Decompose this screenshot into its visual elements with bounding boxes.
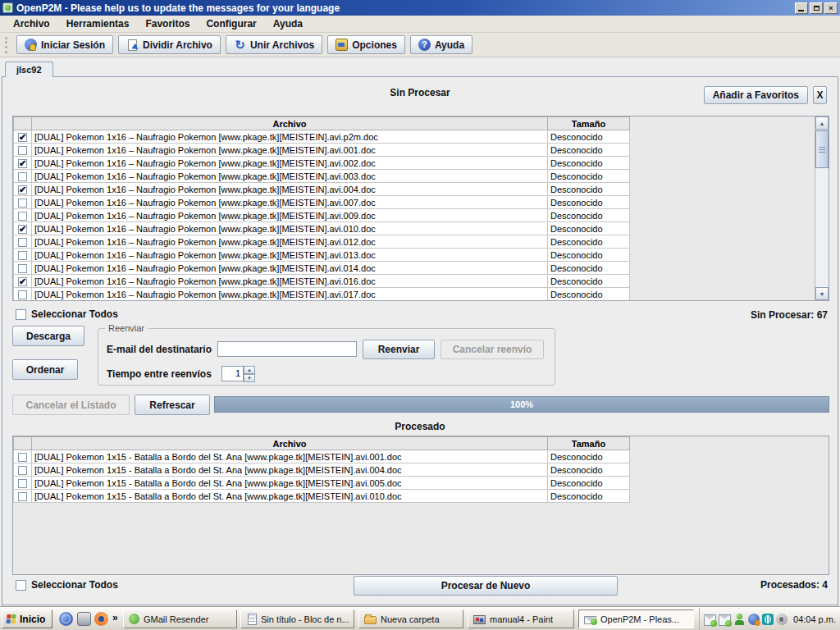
tab-jlsc92[interactable]: jlsc92 — [5, 62, 53, 77]
interval-spinner[interactable]: 1 ▲ ▼ — [221, 366, 255, 381]
options-button[interactable]: Opciones — [327, 35, 405, 54]
tray-clock[interactable]: 04:04 p.m. — [793, 614, 836, 624]
tray-volume-icon[interactable] — [776, 614, 788, 625]
table-row[interactable]: [DUAL] Pokemon 1x16 – Naufragio Pokemon … — [14, 209, 630, 222]
resend-button[interactable]: Reenviar — [363, 340, 435, 359]
table-row[interactable]: [DUAL] Pokemon 1x16 – Naufragio Pokemon … — [14, 183, 630, 196]
split-file-button[interactable]: Dividir Archivo — [118, 35, 221, 54]
row-checkbox[interactable] — [18, 172, 27, 181]
row-checkbox[interactable] — [18, 225, 27, 234]
restore-icon — [814, 6, 819, 11]
file-column-header[interactable]: Archivo — [32, 117, 548, 130]
scroll-up-button[interactable]: ▲ — [815, 116, 829, 130]
row-checkbox[interactable] — [18, 264, 27, 273]
spinner-up-button[interactable]: ▲ — [244, 366, 255, 374]
tray-app-icon[interactable] — [762, 614, 774, 625]
sort-button[interactable]: Ordenar — [12, 359, 78, 380]
menu-favoritos[interactable]: Favoritos — [137, 16, 198, 31]
processed-select-all[interactable]: Seleccionar Todos — [16, 579, 118, 591]
table-row[interactable]: [DUAL] Pokemon 1x16 – Naufragio Pokemon … — [14, 262, 630, 275]
file-size: Desconocido — [548, 463, 630, 477]
row-checkbox[interactable] — [18, 479, 27, 488]
taskbar-item-notepad[interactable]: Sin título - Bloc de n... — [240, 609, 354, 628]
tray-mail-icon[interactable] — [719, 614, 731, 626]
toolbar-grip[interactable] — [5, 37, 10, 53]
tray-mail-icon[interactable] — [704, 614, 716, 626]
unprocessed-select-all[interactable]: Seleccionar Todos — [16, 308, 118, 320]
email-field[interactable] — [217, 341, 357, 357]
restore-button[interactable] — [810, 2, 823, 14]
table-row[interactable]: [DUAL] Pokemon 1x16 – Naufragio Pokemon … — [14, 196, 630, 209]
row-checkbox[interactable] — [18, 492, 27, 501]
row-checkbox[interactable] — [18, 238, 27, 247]
row-checkbox[interactable] — [18, 133, 27, 142]
refresh-button[interactable]: Refrescar — [135, 395, 210, 415]
table-row[interactable]: [DUAL] Pokemon 1x16 – Naufragio Pokemon … — [14, 288, 630, 301]
add-favorites-button[interactable]: Añadir a Favoritos — [704, 86, 808, 104]
select-all-checkbox[interactable] — [16, 580, 26, 591]
size-column-header[interactable]: Tamaño — [548, 437, 630, 450]
file-name: [DUAL] Pokemon 1x16 – Naufragio Pokemon … — [32, 262, 548, 275]
row-checkbox[interactable] — [18, 466, 27, 475]
taskbar-item-label: GMail Resender — [144, 614, 208, 624]
taskbar-item-openp2m[interactable]: OpenP2M - Pleas... — [578, 609, 694, 628]
row-checkbox[interactable] — [18, 199, 27, 208]
menu-herramientas[interactable]: Herramientas — [58, 16, 138, 31]
table-row[interactable]: [DUAL] Pokemon 1x15 - Batalla a Bordo de… — [14, 490, 630, 503]
close-button[interactable]: × — [824, 2, 838, 14]
tray-user-icon[interactable] — [733, 614, 746, 625]
menu-ayuda[interactable]: Ayuda — [265, 16, 311, 31]
quicklaunch-globe-icon[interactable] — [59, 612, 73, 626]
row-checkbox[interactable] — [18, 277, 27, 286]
scroll-down-button[interactable]: ▼ — [815, 287, 829, 300]
login-button[interactable]: Iniciar Sesión — [16, 35, 113, 54]
taskbar-item-gmail-resender[interactable]: GMail Resender — [123, 609, 237, 628]
row-checkbox[interactable] — [18, 146, 27, 155]
table-row[interactable]: [DUAL] Pokemon 1x15 - Batalla a Bordo de… — [14, 477, 630, 490]
file-name: [DUAL] Pokemon 1x16 – Naufragio Pokemon … — [32, 275, 548, 288]
row-checkbox[interactable] — [18, 251, 27, 260]
interval-label: Tiempo entre reenvíos — [107, 368, 212, 380]
join-files-button[interactable]: Unir Archivos — [226, 35, 322, 54]
table-row[interactable]: [DUAL] Pokemon 1x16 – Naufragio Pokemon … — [14, 235, 630, 249]
file-name: [DUAL] Pokemon 1x16 – Naufragio Pokemon … — [32, 170, 548, 183]
taskbar-item-paint[interactable]: manual4 - Paint — [468, 609, 574, 628]
menu-archivo[interactable]: Archivo — [5, 16, 58, 31]
size-column-header[interactable]: Tamaño — [548, 117, 630, 130]
row-checkbox[interactable] — [18, 453, 27, 462]
taskbar-item-folder[interactable]: Nueva carpeta — [358, 609, 463, 628]
vertical-scrollbar[interactable]: ▲ ▼ — [815, 116, 829, 300]
table-row[interactable]: [DUAL] Pokemon 1x16 – Naufragio Pokemon … — [14, 170, 630, 183]
table-row[interactable]: [DUAL] Pokemon 1x16 – Naufragio Pokemon … — [14, 157, 630, 170]
file-size: Desconocido — [548, 490, 630, 503]
quicklaunch-overflow-chevron[interactable]: » — [112, 612, 118, 623]
table-row[interactable]: [DUAL] Pokemon 1x15 - Batalla a Bordo de… — [14, 450, 630, 463]
scrollbar-thumb[interactable] — [815, 130, 829, 168]
quicklaunch-firefox-icon[interactable] — [94, 612, 108, 626]
processed-count: Procesados: 4 — [760, 579, 828, 591]
spinner-down-button[interactable]: ▼ — [244, 374, 255, 382]
start-button[interactable]: Inicio — [2, 609, 52, 628]
menu-configurar[interactable]: Configurar — [198, 16, 264, 31]
reprocess-button[interactable]: Procesar de Nuevo — [354, 576, 618, 596]
row-checkbox[interactable] — [18, 290, 27, 299]
table-row[interactable]: [DUAL] Pokemon 1x16 – Naufragio Pokemon … — [14, 144, 630, 157]
quicklaunch-app-icon[interactable] — [77, 612, 91, 626]
close-list-button[interactable]: X — [813, 86, 827, 104]
file-size: Desconocido — [548, 196, 630, 209]
interval-value[interactable]: 1 — [221, 366, 244, 381]
select-all-checkbox[interactable] — [16, 309, 26, 320]
table-row[interactable]: [DUAL] Pokemon 1x16 – Naufragio Pokemon … — [14, 222, 630, 235]
file-column-header[interactable]: Archivo — [32, 437, 548, 450]
row-checkbox[interactable] — [18, 212, 27, 221]
row-checkbox[interactable] — [18, 185, 27, 194]
minimize-button[interactable] — [795, 2, 808, 14]
table-row[interactable]: [DUAL] Pokemon 1x15 - Batalla a Bordo de… — [14, 463, 630, 477]
download-button[interactable]: Descarga — [12, 326, 84, 346]
table-row[interactable]: [DUAL] Pokemon 1x16 – Naufragio Pokemon … — [14, 130, 630, 144]
table-row[interactable]: [DUAL] Pokemon 1x16 – Naufragio Pokemon … — [14, 275, 630, 288]
row-checkbox[interactable] — [18, 159, 27, 168]
tray-globe-icon[interactable] — [748, 614, 760, 625]
help-button[interactable]: Ayuda — [410, 35, 472, 54]
table-row[interactable]: [DUAL] Pokemon 1x16 – Naufragio Pokemon … — [14, 249, 630, 262]
